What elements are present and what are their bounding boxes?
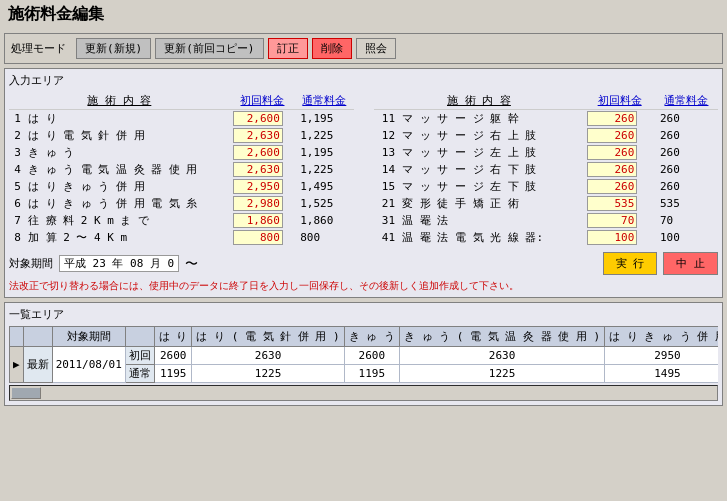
left-normal-header: 通常料金 xyxy=(295,92,353,110)
normal-fee-cell: 1,495 xyxy=(295,178,353,195)
right-normal-header: 通常料金 xyxy=(655,92,718,110)
row-label: は り 電 気 針 併 用 xyxy=(25,127,230,144)
normal-fee-cell: 1,195 xyxy=(295,110,353,128)
tilde-icon: 〜 xyxy=(185,255,198,273)
input-area: 入力エリア 施 術 内 容 初回料金 通常料金 1 は り 1,195 2 は … xyxy=(4,68,723,298)
row-label: は り き ゅ う 併 用 電 気 糸 xyxy=(25,195,230,212)
list-val-kyu-normal: 1195 xyxy=(344,365,399,383)
correct-button[interactable]: 訂正 xyxy=(268,38,308,59)
first-fee-input[interactable] xyxy=(233,162,283,177)
list-val-harikyu-first: 2950 xyxy=(605,347,718,365)
list-status-header xyxy=(23,327,52,347)
row-label: 往 療 料 2 K m ま で xyxy=(25,212,230,229)
list-normal-label: 通常 xyxy=(125,365,154,383)
left-treatment-header: 施 術 内 容 xyxy=(9,92,230,110)
execute-button[interactable]: 実 行 xyxy=(603,252,658,275)
first-fee-input[interactable] xyxy=(233,230,283,245)
horizontal-scrollbar[interactable] xyxy=(9,385,718,401)
cancel-button[interactable]: 中 止 xyxy=(663,252,718,275)
first-fee-input[interactable] xyxy=(587,213,637,228)
normal-fee-cell: 1,195 xyxy=(295,144,353,161)
list-status: 最新 xyxy=(23,347,52,383)
left-table-row: 4 き ゅ う 電 気 温 灸 器 使 用 1,225 xyxy=(9,161,354,178)
first-fee-cell xyxy=(584,110,655,128)
first-fee-input[interactable] xyxy=(587,230,637,245)
row-label: マ ッ サ ー ジ 躯 幹 xyxy=(399,110,584,128)
first-fee-cell xyxy=(230,110,295,128)
mode-label: 処理モード xyxy=(11,41,66,56)
left-fee-table: 施 術 内 容 初回料金 通常料金 1 は り 1,195 2 は り 電 気 … xyxy=(9,92,354,246)
first-fee-cell xyxy=(584,161,655,178)
period-input[interactable] xyxy=(59,255,179,272)
first-fee-input[interactable] xyxy=(233,213,283,228)
row-label: 変 形 徒 手 矯 正 術 xyxy=(399,195,584,212)
normal-fee-value: 260 xyxy=(658,129,682,142)
first-fee-cell xyxy=(230,229,295,246)
first-fee-input[interactable] xyxy=(233,145,283,160)
list-val-kyu-first: 2600 xyxy=(344,347,399,365)
left-table-row: 8 加 算 2 〜 4 K m 800 xyxy=(9,229,354,246)
row-number: 13 xyxy=(374,144,400,161)
list-area-label: 一覧エリア xyxy=(9,307,718,322)
first-fee-cell xyxy=(584,229,655,246)
first-fee-input[interactable] xyxy=(587,128,637,143)
update-copy-button[interactable]: 更新(前回コピー) xyxy=(155,38,263,59)
row-number: 15 xyxy=(374,178,400,195)
scroll-thumb[interactable] xyxy=(11,387,41,399)
toolbar: 処理モード 更新(新規) 更新(前回コピー) 訂正 削除 照会 xyxy=(4,33,723,64)
row-number: 21 xyxy=(374,195,400,212)
row-number: 7 xyxy=(9,212,25,229)
first-fee-input[interactable] xyxy=(233,128,283,143)
input-area-label: 入力エリア xyxy=(9,73,718,88)
first-fee-cell xyxy=(230,212,295,229)
normal-fee-value: 260 xyxy=(658,146,682,159)
first-fee-input[interactable] xyxy=(233,111,283,126)
list-arrow-header xyxy=(10,327,24,347)
row-number: 11 xyxy=(374,110,400,128)
first-fee-input[interactable] xyxy=(233,196,283,211)
period-row: 対象期間 〜 実 行 中 止 xyxy=(9,252,718,275)
normal-fee-cell: 260 xyxy=(655,127,718,144)
row-number: 41 xyxy=(374,229,400,246)
list-val-hari-elec-normal: 1225 xyxy=(192,365,344,383)
right-table-row: 13 マ ッ サ ー ジ 左 上 肢 260 xyxy=(374,144,719,161)
row-number: 4 xyxy=(9,161,25,178)
row-label: マ ッ サ ー ジ 右 上 肢 xyxy=(399,127,584,144)
row-number: 8 xyxy=(9,229,25,246)
first-fee-input[interactable] xyxy=(587,196,637,211)
list-period: 2011/08/01 xyxy=(52,347,125,383)
first-fee-input[interactable] xyxy=(233,179,283,194)
normal-fee-value: 260 xyxy=(658,180,682,193)
normal-fee-cell: 260 xyxy=(655,161,718,178)
row-label: き ゅ う 電 気 温 灸 器 使 用 xyxy=(25,161,230,178)
first-fee-input[interactable] xyxy=(587,145,637,160)
period-label: 対象期間 xyxy=(9,256,53,271)
normal-fee-cell: 70 xyxy=(655,212,718,229)
right-table-row: 31 温 罨 法 70 xyxy=(374,212,719,229)
list-table-row: ▶ 最新 2011/08/01 初回 2600 2630 2600 2630 2… xyxy=(10,347,719,365)
update-new-button[interactable]: 更新(新規) xyxy=(76,38,151,59)
list-kyu-elec-header: き ゅ う ( 電 気 温 灸 器 使 用 ) xyxy=(399,327,604,347)
row-label: マ ッ サ ー ジ 右 下 肢 xyxy=(399,161,584,178)
first-fee-input[interactable] xyxy=(587,111,637,126)
list-arrow: ▶ xyxy=(10,347,24,383)
first-fee-input[interactable] xyxy=(587,162,637,177)
row-number: 3 xyxy=(9,144,25,161)
row-number: 2 xyxy=(9,127,25,144)
normal-fee-value: 535 xyxy=(658,197,682,210)
first-fee-cell xyxy=(230,195,295,212)
normal-fee-value: 100 xyxy=(658,231,682,244)
left-table-row: 3 き ゅ う 1,195 xyxy=(9,144,354,161)
left-table-row: 6 は り き ゅ う 併 用 電 気 糸 1,525 xyxy=(9,195,354,212)
first-fee-input[interactable] xyxy=(587,179,637,194)
normal-fee-value: 800 xyxy=(298,231,322,244)
delete-button[interactable]: 削除 xyxy=(312,38,352,59)
normal-fee-value: 1,495 xyxy=(298,180,335,193)
left-first-header: 初回料金 xyxy=(230,92,295,110)
left-table-row: 2 は り 電 気 針 併 用 1,225 xyxy=(9,127,354,144)
inquiry-button[interactable]: 照会 xyxy=(356,38,396,59)
row-label: き ゅ う xyxy=(25,144,230,161)
left-table-row: 1 は り 1,195 xyxy=(9,110,354,128)
list-val-hari-first: 2600 xyxy=(154,347,192,365)
normal-fee-value: 260 xyxy=(658,112,682,125)
